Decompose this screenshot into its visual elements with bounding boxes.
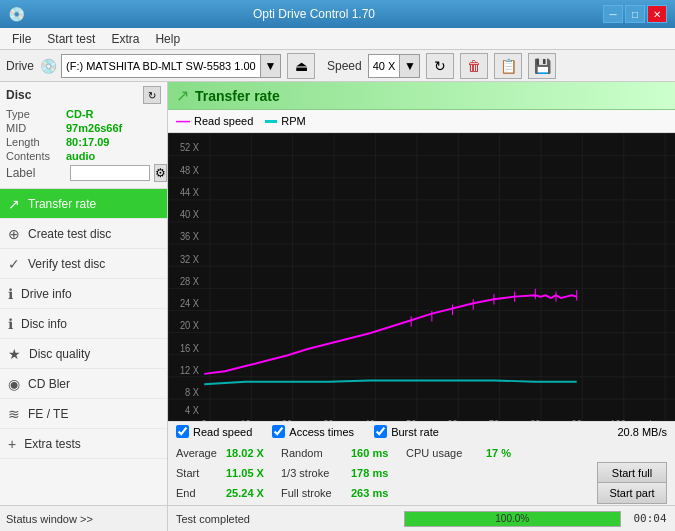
legend-read-speed-label: Read speed <box>194 115 253 127</box>
window-controls: ─ □ ✕ <box>603 5 667 23</box>
chart-header-icon: ↗ <box>176 86 189 105</box>
disc-label-label: Label <box>6 166 66 180</box>
nav-item-create-test-disc[interactable]: ⊕ Create test disc <box>0 219 167 249</box>
checkbox-read-speed[interactable]: Read speed <box>176 425 252 438</box>
menu-bar: File Start test Extra Help <box>0 28 675 50</box>
read-speed-checkbox-label: Read speed <box>193 426 252 438</box>
nav-item-fe-te[interactable]: ≋ FE / TE <box>0 399 167 429</box>
chart-container: 52 X 48 X 44 X 40 X 36 X 32 X 28 X 24 X … <box>168 133 675 421</box>
svg-text:28 X: 28 X <box>180 274 199 287</box>
svg-text:50: 50 <box>406 416 416 421</box>
average-label: Average <box>176 447 226 459</box>
transfer-rate-icon: ↗ <box>8 196 20 212</box>
svg-text:70: 70 <box>489 416 499 421</box>
nav-transfer-rate-label: Transfer rate <box>28 197 96 211</box>
drive-eject-button[interactable]: ⏏ <box>287 53 315 79</box>
start-value: 11.05 X <box>226 467 281 479</box>
disc-label-edit-button[interactable]: ⚙ <box>154 164 167 182</box>
read-speed-checkbox[interactable] <box>176 425 189 438</box>
stats-row-3: End 25.24 X Full stroke 263 ms Start par… <box>176 483 667 503</box>
save-button[interactable]: 💾 <box>528 53 556 79</box>
copy-button[interactable]: 📋 <box>494 53 522 79</box>
menu-extra[interactable]: Extra <box>103 30 147 48</box>
legend-rpm-color <box>265 120 277 123</box>
status-window-label: Status window >> <box>6 513 93 525</box>
svg-text:4 X: 4 X <box>185 403 199 416</box>
nav-item-disc-info[interactable]: ℹ Disc info <box>0 309 167 339</box>
minimize-button[interactable]: ─ <box>603 5 623 23</box>
nav-item-disc-quality[interactable]: ★ Disc quality <box>0 339 167 369</box>
nav-verify-test-disc-label: Verify test disc <box>28 257 105 271</box>
status-bar: Status window >> Test completed 100.0% 0… <box>0 505 675 531</box>
menu-start-test[interactable]: Start test <box>39 30 103 48</box>
disc-section: Disc ↻ Type CD-R MID 97m26s66f Length 80… <box>0 82 167 189</box>
progress-bar: 100.0% <box>404 511 622 527</box>
disc-mid-label: MID <box>6 122 66 134</box>
speed-dropdown-arrow[interactable]: ▼ <box>400 54 420 78</box>
nav-section: ↗ Transfer rate ⊕ Create test disc ✓ Ver… <box>0 189 167 505</box>
drive-select[interactable]: (F:) MATSHITA BD-MLT SW-5583 1.00 <box>61 54 261 78</box>
disc-type-value: CD-R <box>66 108 94 120</box>
main-layout: Disc ↻ Type CD-R MID 97m26s66f Length 80… <box>0 82 675 505</box>
average-value: 18.02 X <box>226 447 281 459</box>
close-button[interactable]: ✕ <box>647 5 667 23</box>
disc-refresh-button[interactable]: ↻ <box>143 86 161 104</box>
start-full-button[interactable]: Start full <box>597 462 667 484</box>
nav-item-drive-info[interactable]: ℹ Drive info <box>0 279 167 309</box>
svg-text:0: 0 <box>202 416 207 421</box>
svg-text:24 X: 24 X <box>180 296 199 309</box>
refresh-button[interactable]: ↻ <box>426 53 454 79</box>
status-text: Test completed <box>168 513 400 525</box>
access-times-checkbox-label: Access times <box>289 426 354 438</box>
speed-label: Speed <box>327 59 362 73</box>
nav-item-verify-test-disc[interactable]: ✓ Verify test disc <box>0 249 167 279</box>
svg-rect-1 <box>168 133 675 421</box>
svg-text:min: min <box>642 416 657 421</box>
svg-text:40: 40 <box>365 416 375 421</box>
svg-text:12 X: 12 X <box>180 363 199 376</box>
access-times-checkbox[interactable] <box>272 425 285 438</box>
menu-help[interactable]: Help <box>147 30 188 48</box>
menu-file[interactable]: File <box>4 30 39 48</box>
checkbox-access-times[interactable]: Access times <box>272 425 354 438</box>
disc-quality-icon: ★ <box>8 346 21 362</box>
nav-item-cd-bler[interactable]: ◉ CD Bler <box>0 369 167 399</box>
legend-rpm-label: RPM <box>281 115 305 127</box>
svg-text:40 X: 40 X <box>180 207 199 220</box>
disc-length-label: Length <box>6 136 66 148</box>
full-stroke-value: 263 ms <box>351 487 406 499</box>
disc-contents-value: audio <box>66 150 95 162</box>
extra-tests-icon: + <box>8 436 16 452</box>
nav-create-test-disc-label: Create test disc <box>28 227 111 241</box>
random-label: Random <box>281 447 351 459</box>
disc-type-label: Type <box>6 108 66 120</box>
drive-label: Drive <box>6 59 34 73</box>
drive-dropdown-arrow[interactable]: ▼ <box>261 54 281 78</box>
maximize-button[interactable]: □ <box>625 5 645 23</box>
burst-rate-value: 20.8 MB/s <box>617 426 667 438</box>
nav-fe-te-label: FE / TE <box>28 407 68 421</box>
cpu-value: 17 % <box>486 447 526 459</box>
verify-test-disc-icon: ✓ <box>8 256 20 272</box>
chart-legend: — Read speed RPM <box>168 110 675 133</box>
burst-rate-checkbox[interactable] <box>374 425 387 438</box>
nav-item-extra-tests[interactable]: + Extra tests <box>0 429 167 459</box>
svg-text:80: 80 <box>530 416 540 421</box>
chart-svg: 52 X 48 X 44 X 40 X 36 X 32 X 28 X 24 X … <box>168 133 675 421</box>
cd-bler-icon: ◉ <box>8 376 20 392</box>
end-value: 25.24 X <box>226 487 281 499</box>
svg-text:48 X: 48 X <box>180 162 199 175</box>
app-title: Opti Drive Control 1.70 <box>25 7 603 21</box>
stats-row-1: Average 18.02 X Random 160 ms CPU usage … <box>176 443 667 463</box>
checkbox-burst-rate[interactable]: Burst rate <box>374 425 439 438</box>
legend-rpm: RPM <box>265 115 305 127</box>
erase-button[interactable]: 🗑 <box>460 53 488 79</box>
speed-select[interactable]: 40 X <box>368 54 401 78</box>
drive-info-icon: ℹ <box>8 286 13 302</box>
disc-label-input[interactable] <box>70 165 150 181</box>
nav-item-transfer-rate[interactable]: ↗ Transfer rate <box>0 189 167 219</box>
start-part-button[interactable]: Start part <box>597 482 667 504</box>
chart-title: Transfer rate <box>195 88 280 104</box>
status-window-button[interactable]: Status window >> <box>0 506 168 531</box>
checkboxes-row: Read speed Access times Burst rate 20.8 … <box>168 421 675 441</box>
